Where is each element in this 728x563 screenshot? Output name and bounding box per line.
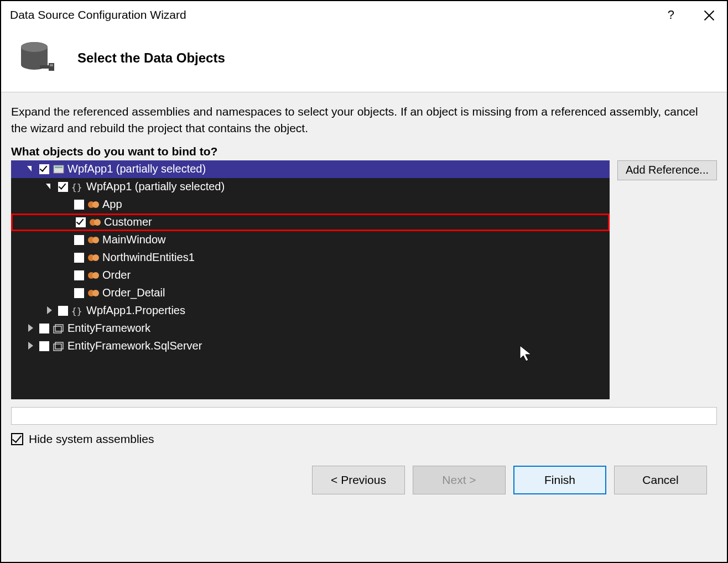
tree-label: App [101,198,122,211]
expand-icon[interactable] [26,341,36,351]
assembly-stack-icon [53,341,65,352]
checkbox[interactable] [74,235,84,245]
object-tree[interactable]: WpfApp1 (partially selected) {} WpfApp1 … [11,160,610,399]
namespace-icon: {} [71,305,84,316]
tree-node-class[interactable]: Order [11,267,610,284]
previous-button[interactable]: < Previous [312,466,405,494]
checkbox[interactable] [39,324,49,333]
prompt-text: What objects do you want to bind to? [11,145,717,158]
tree-node-root[interactable]: WpfApp1 (partially selected) [11,160,610,178]
svg-point-15 [92,237,99,243]
tree-label: EntityFramework.SqlServer [66,340,202,352]
checkbox[interactable] [39,164,49,174]
tree-label: NorthwindEntities1 [101,251,195,264]
tree-label: EntityFramework [66,322,150,335]
checkbox[interactable] [74,253,84,263]
svg-point-19 [92,272,99,279]
cancel-button[interactable]: Cancel [614,466,707,494]
checkbox[interactable] [39,341,49,351]
wizard-header: Select the Data Objects [1,29,727,92]
svg-point-13 [94,219,101,226]
svg-text:{}: {} [71,182,82,192]
svg-rect-8 [55,166,63,168]
hide-label: Hide system assemblies [29,432,154,446]
database-icon [19,39,59,77]
tree-label: WpfApp1 (partially selected) [85,180,225,193]
tree-node-namespace[interactable]: {} WpfApp1 (partially selected) [11,178,610,196]
svg-rect-25 [54,344,61,351]
svg-point-3 [21,42,48,52]
assembly-stack-icon [53,323,65,334]
help-icon[interactable]: ? [668,8,674,22]
class-icon [89,217,101,228]
tree-node-class[interactable]: App [11,196,610,213]
class-icon [87,270,100,281]
instruction-text: Expand the referenced assemblies and nam… [11,103,717,137]
title-bar: Data Source Configuration Wizard ? [1,1,727,29]
next-button: Next > [413,466,506,494]
tree-node-ef[interactable]: EntityFramework [11,320,610,337]
tree-node-properties[interactable]: {} WpfApp1.Properties [11,302,610,320]
checkbox[interactable] [58,182,68,192]
tree-node-class[interactable]: Order_Detail [11,284,610,302]
tree-label: Order [101,269,131,282]
add-reference-button[interactable]: Add Reference... [617,160,717,180]
expand-icon[interactable] [45,182,55,192]
expand-icon[interactable] [26,164,36,174]
tree-label: Order_Detail [101,286,165,299]
step-title: Select the Data Objects [77,50,225,66]
svg-point-11 [92,201,99,208]
window-title: Data Source Configuration Wizard [10,8,186,22]
checkbox[interactable] [74,288,84,298]
finish-button[interactable]: Finish [513,466,606,494]
svg-rect-26 [55,342,63,349]
svg-point-21 [92,290,99,296]
checkbox[interactable] [74,270,84,280]
svg-point-17 [92,254,99,261]
checkbox[interactable] [11,433,23,445]
namespace-icon: {} [71,181,84,192]
tree-label: MainWindow [101,233,165,246]
tree-node-class[interactable]: MainWindow [11,231,610,249]
checkbox[interactable] [76,217,86,227]
tree-label: Customer [103,216,152,228]
status-bar [11,407,717,425]
window-controls: ? [668,8,718,22]
tree-node-class[interactable]: NorthwindEntities1 [11,249,610,267]
assembly-icon [53,164,65,175]
wizard-buttons: < Previous Next > Finish Cancel [11,446,717,504]
close-icon[interactable] [704,10,715,20]
class-icon [87,199,100,210]
class-icon [87,234,100,246]
checkbox[interactable] [74,200,84,210]
svg-rect-24 [55,325,63,331]
svg-text:{}: {} [71,306,82,316]
svg-rect-6 [50,64,53,66]
hide-system-assemblies-checkbox[interactable]: Hide system assemblies [11,432,717,446]
expand-icon[interactable] [45,306,55,316]
tree-node-efsql[interactable]: EntityFramework.SqlServer [11,337,610,355]
checkbox[interactable] [58,306,68,316]
svg-rect-23 [54,326,61,333]
expand-icon[interactable] [26,324,36,333]
tree-label: WpfApp1.Properties [85,304,185,317]
class-icon [87,252,100,263]
content-area: Expand the referenced assemblies and nam… [1,92,727,562]
tree-label: WpfApp1 (partially selected) [66,163,206,175]
class-icon [87,288,100,299]
tree-node-customer-highlighted[interactable]: Customer [11,213,610,231]
